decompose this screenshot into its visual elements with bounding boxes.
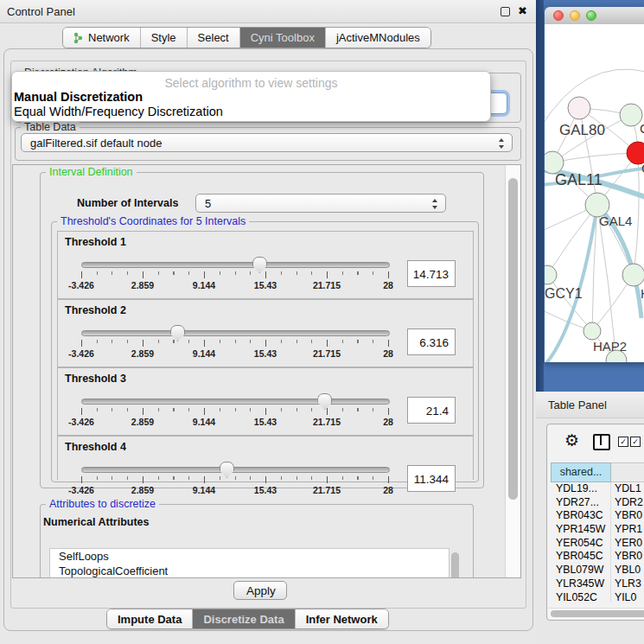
node-label: GAL80 <box>559 122 605 138</box>
table-row[interactable]: YPR145WYPR1 <box>551 523 644 537</box>
table-row[interactable]: YDR27...YDR2 <box>551 496 644 510</box>
checkbox-icon[interactable]: ✓ <box>630 437 641 447</box>
table-row[interactable]: YBL079WYBL0 <box>551 564 644 577</box>
node-label: HAP2 <box>593 339 627 354</box>
table-panel-titlebar: Table Panel <box>536 392 644 418</box>
stepper-arrows-icon <box>431 198 439 210</box>
attributes-list-scrollbar[interactable] <box>451 552 459 578</box>
settings-scrollbar-thumb[interactable] <box>508 178 518 500</box>
checkbox-icon[interactable]: ✓ <box>618 437 628 447</box>
list-item[interactable]: SelfLoops <box>50 549 449 564</box>
close-icon[interactable]: ✖ <box>518 4 527 17</box>
table-row[interactable]: YDL19...YDL1 <box>551 482 644 496</box>
attributes-group-label: Attributes to discretize <box>46 498 159 510</box>
table-row[interactable]: YLR345WYLR3 <box>551 577 644 591</box>
algorithm-dropdown-popup: Select algorithm to view settings Manual… <box>11 71 491 122</box>
right-side: GAL80 GAL11 GAL4 GCY1 HAP2 G C H Table P… <box>536 0 644 644</box>
threshold-1-slider-track[interactable] <box>81 262 390 268</box>
numerical-attributes-label: Numerical Attributes <box>43 516 149 528</box>
split-view-icon[interactable] <box>593 434 610 450</box>
tab-infer-network[interactable]: Infer Network <box>296 609 388 628</box>
table-row[interactable]: YBR043CYBR0 <box>551 509 644 523</box>
node-label: G <box>640 121 644 136</box>
threshold-2-slider-track[interactable] <box>81 330 390 336</box>
node-label: GAL11 <box>555 171 603 188</box>
threshold-1-value-field[interactable]: 14.713 <box>407 260 456 287</box>
threshold-1-row: Threshold 1 -3.426 2.859 9.144 15.43 21.… <box>57 231 474 299</box>
threshold-3-value-field[interactable]: 21.4 <box>407 397 456 424</box>
tab-discretize-data[interactable]: Discretize Data <box>193 609 295 628</box>
top-tab-bar: Network Style Select Cyni Toolbox jActiv… <box>62 27 431 48</box>
node-gal80[interactable] <box>568 97 590 119</box>
table-hscrollbar-track[interactable] <box>549 608 644 619</box>
network-canvas[interactable]: GAL80 GAL11 GAL4 GCY1 HAP2 G C H <box>545 24 644 362</box>
network-icon <box>73 32 84 44</box>
interval-definition-label: Interval Definition <box>46 166 137 178</box>
tab-cyni-toolbox[interactable]: Cyni Toolbox <box>240 28 326 48</box>
numerical-attributes-list[interactable]: SelfLoops TopologicalCoefficient Between… <box>49 548 450 578</box>
table-panel-title: Table Panel <box>548 399 607 411</box>
node-label: GCY1 <box>545 286 583 301</box>
control-panel: Control Panel ✖ Network Style Select Cyn… <box>0 0 536 644</box>
table-data-combo[interactable]: galFiltered.sif default node <box>21 133 513 152</box>
interval-definition-group: Interval Definition Number of Intervals … <box>40 172 484 488</box>
threshold-3-row: Threshold 3 -3.426 2.859 9.144 15.43 21.… <box>57 367 474 436</box>
panel-titlebar: Control Panel ✖ <box>0 0 536 23</box>
threshold-4-row: Threshold 4 -3.426 2.859 9.144 15.43 21.… <box>57 436 474 480</box>
table-data-label: Table Data <box>21 121 80 133</box>
close-traffic-light[interactable] <box>553 10 564 21</box>
node-label: GAL4 <box>599 214 632 228</box>
tab-impute-data[interactable]: Impute Data <box>107 609 193 628</box>
menu-item-manual-discretization[interactable]: Manual Discretization <box>14 90 143 104</box>
threshold-2-value-field[interactable]: 6.316 <box>407 328 456 355</box>
network-view-window: GAL80 GAL11 GAL4 GCY1 HAP2 G C H <box>545 7 644 362</box>
threshold-4-value-field[interactable]: 11.344 <box>407 465 456 492</box>
threshold-2-row: Threshold 2 -3.426 2.859 9.144 15.43 21.… <box>57 299 474 367</box>
threshold-3-slider-track[interactable] <box>81 399 390 405</box>
settings-scrollbar-track[interactable] <box>505 165 520 577</box>
network-graph: GAL80 GAL11 GAL4 GCY1 HAP2 G C H <box>545 24 644 362</box>
apply-strip: Apply <box>12 577 520 606</box>
apply-button[interactable]: Apply <box>233 581 287 600</box>
list-item[interactable]: TopologicalCoefficient <box>50 564 449 578</box>
menu-item-equal-width-frequency[interactable]: Equal Width/Frequency Discretization <box>14 105 223 118</box>
network-window-titlebar <box>545 7 644 25</box>
number-of-intervals-label: Number of Intervals <box>77 197 178 209</box>
attributes-group: Attributes to discretize Numerical Attri… <box>40 504 474 578</box>
thresholds-group: Threshold's Coordinates for 5 Intervals … <box>51 221 479 482</box>
bottom-tab-bar: Impute Data Discretize Data Infer Networ… <box>106 609 389 629</box>
column-header-shared-name[interactable]: shared... <box>551 462 611 482</box>
threshold-4-slider-track[interactable] <box>81 467 390 473</box>
tab-jactivemnodules[interactable]: jActiveMNodules <box>326 28 430 48</box>
node-right-mid[interactable] <box>622 264 644 286</box>
column-header-name[interactable]: n <box>611 462 644 482</box>
table-hscrollbar-thumb[interactable] <box>551 610 644 617</box>
panel-title: Control Panel <box>7 5 75 18</box>
node-gcy1[interactable] <box>545 265 557 284</box>
number-of-intervals-combo[interactable]: 5 <box>195 194 446 213</box>
gear-icon[interactable]: ⚙ <box>564 430 579 450</box>
table-row[interactable]: YIL052CYIL0 <box>551 591 644 603</box>
node-label: H <box>641 286 644 301</box>
tab-select[interactable]: Select <box>188 28 240 48</box>
algorithm-hint: Select algorithm to view settings <box>12 76 490 90</box>
node-hap2[interactable] <box>583 322 601 340</box>
settings-scrollpane: Interval Definition Number of Intervals … <box>12 164 521 578</box>
table-row[interactable]: YBR045CYBR0 <box>551 550 644 564</box>
float-window-icon[interactable] <box>501 7 510 16</box>
stepper-arrows-icon <box>498 137 506 150</box>
table-body: YDL19...YDL1 YDR27...YDR2 YBR043CYBR0 YP… <box>551 482 644 603</box>
tab-style[interactable]: Style <box>141 28 188 48</box>
table-row[interactable]: YER054CYER0 <box>551 537 644 551</box>
zoom-traffic-light[interactable] <box>586 10 596 21</box>
table-panel: ⚙ ✓ ✓ shared... n YDL19...YDL1 YDR27...Y… <box>546 424 644 621</box>
tab-network[interactable]: Network <box>63 28 141 48</box>
thresholds-group-label: Threshold's Coordinates for 5 Intervals <box>57 215 249 227</box>
minimize-traffic-light[interactable] <box>570 10 580 21</box>
table-header-row: shared... n <box>551 462 644 482</box>
